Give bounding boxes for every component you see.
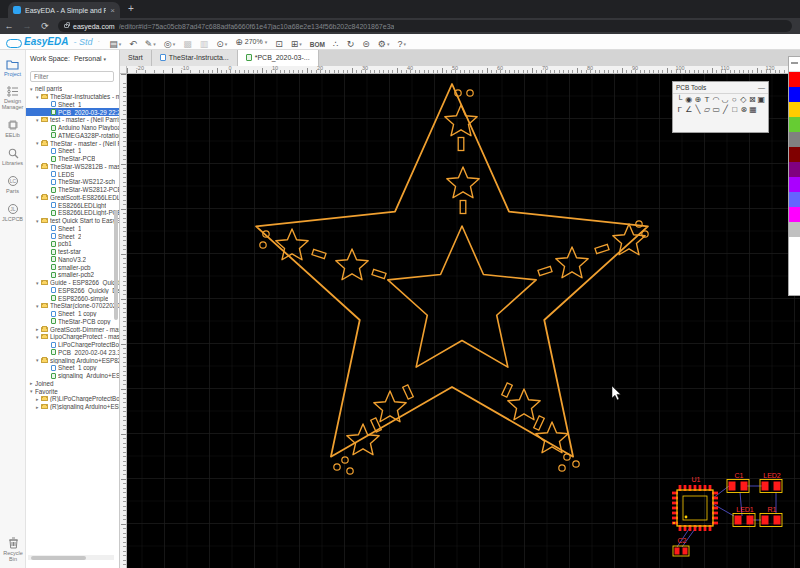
tree-item[interactable]: ▸(R)signaling Arduino+ESP8266+Si bbox=[26, 403, 119, 411]
tree-item[interactable]: ▾signaling Arduino+ESP8266+SIM8 bbox=[26, 356, 119, 364]
layer-color-top-solder[interactable] bbox=[789, 162, 800, 177]
tree-item[interactable]: ES8266LEDLight-PCB bbox=[26, 209, 119, 217]
hole-icon[interactable]: □ bbox=[730, 105, 739, 114]
arc-icon[interactable]: ◠ bbox=[711, 95, 720, 104]
draw-icon[interactable]: ✎▾ bbox=[145, 39, 156, 49]
back-icon[interactable]: ← bbox=[0, 21, 18, 31]
rail-item-project[interactable]: Project bbox=[0, 59, 25, 77]
tree-item[interactable]: ▾Favorite bbox=[26, 387, 119, 395]
layer-color-top-paste[interactable] bbox=[789, 132, 800, 147]
tree-horizontal-scrollbar[interactable] bbox=[28, 555, 114, 560]
polygon-icon[interactable]: ▱ bbox=[703, 105, 712, 114]
layer-color-bottom-silk[interactable] bbox=[789, 117, 800, 132]
settings-icon[interactable]: ⚙▾ bbox=[378, 39, 390, 49]
tree-item[interactable]: Sheet_1 bbox=[26, 101, 119, 109]
flood-fill-icon[interactable]: ▦ bbox=[749, 105, 758, 114]
rail-item-jlcpcb[interactable]: JLJLCPCB bbox=[0, 203, 25, 222]
tree-item[interactable]: Sheet_1 bbox=[26, 147, 119, 155]
line-icon[interactable]: ╲ bbox=[693, 105, 702, 114]
tree-item[interactable]: ▸GreatScott-Dimmer - master - (Nei bbox=[26, 325, 119, 333]
tree-item[interactable]: ▾test - master - (Neil Parris) bbox=[26, 116, 119, 124]
tree-item[interactable]: ESP82660-simple bbox=[26, 294, 119, 302]
image-icon[interactable]: ▣ bbox=[757, 95, 766, 104]
view-icon[interactable]: ⊙▾ bbox=[216, 39, 227, 49]
tree-item[interactable]: signaling_Arduino+ESP8266+SIM bbox=[26, 372, 119, 380]
tree-item[interactable]: NanoV3.2 bbox=[26, 256, 119, 264]
tree-item[interactable]: TheStar-PCB bbox=[26, 155, 119, 163]
track-icon[interactable]: └ bbox=[675, 95, 684, 104]
new-tab-button[interactable]: + bbox=[128, 3, 134, 15]
tree-item[interactable]: PCB_2020-02-04 23.37.14 bbox=[26, 349, 119, 357]
close-tab-icon[interactable]: × bbox=[110, 6, 115, 15]
text-icon[interactable]: T bbox=[702, 95, 711, 104]
tree-item[interactable]: PCB_2020-03-29 22:28:57 bbox=[26, 108, 119, 116]
chevron-down-icon[interactable]: ▾ bbox=[387, 41, 390, 47]
recycle-bin-button[interactable]: Recycle Bin bbox=[0, 537, 26, 562]
tree-item[interactable]: TheStar-PCB copy bbox=[26, 318, 119, 326]
tree-item[interactable]: ▸(R)LiPoChargeProtectBoost copy - bbox=[26, 395, 119, 403]
layers-palette-header[interactable] bbox=[789, 57, 800, 72]
chevron-down-icon[interactable]: ▾ bbox=[225, 41, 228, 47]
url-bar[interactable]: easyeda.com/editor#id=75ac05cb87ad47c688… bbox=[58, 20, 792, 32]
workspace-selector[interactable]: Personal ▾ bbox=[74, 55, 106, 62]
tree-item[interactable]: TheStar-WS212-sch bbox=[26, 178, 119, 186]
layer-color-top-layer[interactable] bbox=[789, 72, 800, 87]
help-icon[interactable]: ?▾ bbox=[397, 39, 406, 49]
tree-item[interactable]: LEDS bbox=[26, 170, 119, 178]
tree-item[interactable]: Sheet_1 copy bbox=[26, 310, 119, 318]
tree-item[interactable]: smaller-pcb2 bbox=[26, 271, 119, 279]
snapshot-icon[interactable]: ⊞▾ bbox=[291, 39, 302, 49]
layer-color-bottom-solder[interactable] bbox=[789, 177, 800, 192]
reload-icon[interactable]: ⟳ bbox=[36, 21, 54, 31]
circle-icon[interactable]: ○ bbox=[730, 95, 739, 104]
doc-tab-thestar-instructa-[interactable]: TheStar-Instructa... bbox=[152, 48, 238, 66]
tree-item[interactable]: smaller-pcb bbox=[26, 263, 119, 271]
chevron-down-icon[interactable]: ▾ bbox=[119, 41, 122, 47]
tree-item[interactable]: Arduino Nano Playboard bbox=[26, 124, 119, 132]
share-icon[interactable]: ∴ bbox=[333, 39, 339, 49]
tree-item[interactable]: ▾test Quick Start to EasyEDA - mast bbox=[26, 217, 119, 225]
chevron-down-icon[interactable]: ▾ bbox=[403, 41, 406, 47]
tree-item[interactable]: pcb1 bbox=[26, 240, 119, 248]
tree-item[interactable]: ▾TheStar-WS2812B - master - (Neil bbox=[26, 163, 119, 171]
rail-item-eelib[interactable]: EELib bbox=[0, 119, 25, 138]
layer-color-ratlines[interactable] bbox=[789, 192, 800, 207]
layer-color-bottom-paste[interactable] bbox=[789, 147, 800, 162]
tree-item[interactable]: LiPoChargeProtectBoost bbox=[26, 341, 119, 349]
chevron-down-icon[interactable]: ▾ bbox=[265, 39, 268, 45]
tree-item[interactable]: TheStar-WS2812-PCB bbox=[26, 186, 119, 194]
measure-icon[interactable]: ∠ bbox=[684, 105, 693, 114]
doc-tab-start[interactable]: Start bbox=[120, 48, 152, 66]
dimension-icon[interactable]: ⊠ bbox=[748, 95, 757, 104]
tree-item[interactable]: ▾neil parris bbox=[26, 85, 119, 93]
rail-item-design-manager[interactable]: Design Manager bbox=[0, 86, 25, 110]
tree-item[interactable]: Sheet_1 bbox=[26, 225, 119, 233]
tree-item[interactable]: ATMEGA328P-rotation-test bbox=[26, 132, 119, 140]
layer-color-board-outline[interactable] bbox=[789, 207, 800, 222]
layer-color-bottom-layer[interactable] bbox=[789, 87, 800, 102]
tree-item[interactable]: ▾TheStar-Instructables - master - (N bbox=[26, 93, 119, 101]
layer-color-top-silk[interactable] bbox=[789, 102, 800, 117]
rect-icon[interactable]: Γ bbox=[675, 105, 684, 114]
pcb-canvas[interactable]: U1C1LED2LED1R1C2 bbox=[120, 74, 800, 568]
history-icon[interactable]: ↻ bbox=[347, 39, 355, 49]
print-icon[interactable]: ⊜ bbox=[362, 39, 370, 49]
doc-tab--pcb-2020-03-[interactable]: *PCB_2020-03-... bbox=[238, 48, 319, 66]
chevron-down-icon[interactable]: ▾ bbox=[153, 41, 156, 47]
tree-item[interactable]: ▸Joined bbox=[26, 380, 119, 388]
chevron-down-icon[interactable]: ▾ bbox=[299, 41, 302, 47]
rail-item-parts[interactable]: LCParts bbox=[0, 175, 25, 194]
layer-color-multi-layer[interactable] bbox=[789, 222, 800, 237]
undo-icon[interactable]: ↶ bbox=[129, 39, 137, 49]
file-icon[interactable]: ▤▾ bbox=[109, 39, 121, 49]
tree-item[interactable]: ES8266LEDLight bbox=[26, 201, 119, 209]
copper-area-icon[interactable]: ◇ bbox=[739, 95, 748, 104]
tree-item[interactable]: Sheet_1 copy bbox=[26, 364, 119, 372]
bom-button[interactable]: BOM bbox=[310, 41, 325, 48]
fullscreen-icon[interactable]: ⊡ bbox=[275, 39, 283, 49]
arc-center-icon[interactable]: ◡ bbox=[720, 95, 729, 104]
chevron-down-icon[interactable]: ▾ bbox=[173, 41, 176, 47]
browser-tab[interactable]: EasyEDA - A Simple and Powerf... × bbox=[8, 2, 120, 18]
tree-item[interactable]: ▾Guide - ESP8266_Quickly Design bbox=[26, 279, 119, 287]
via-icon[interactable]: ◎▾ bbox=[164, 39, 175, 49]
